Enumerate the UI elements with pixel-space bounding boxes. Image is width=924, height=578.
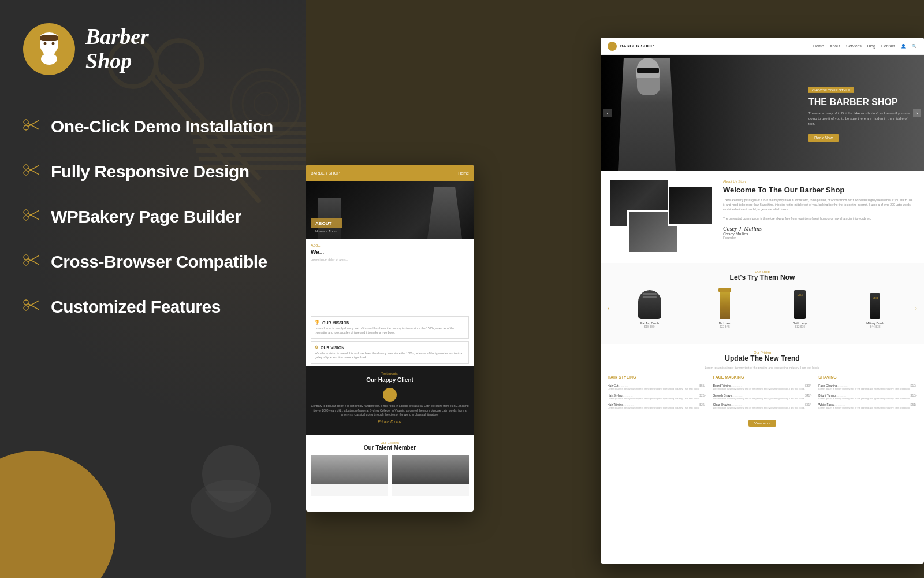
ss-hero-content: CHOOSE YOUR STYLE THE BARBER SHOP There … (808, 83, 912, 142)
svg-line-31 (28, 213, 39, 220)
ss-bottle3-shape: M04 (870, 293, 880, 319)
ss-left-hero-image: ABOUT Home > About (306, 181, 474, 239)
feature-item-1: One-Click Demo Installation (23, 104, 283, 149)
ss-testimonial-text: Contrary to popular belief, it is not si… (311, 404, 469, 417)
scissors-icon-2 (23, 164, 40, 179)
ss-price-item-9-desc: Lorem Ipsum is simply dummy text of the … (818, 406, 910, 410)
ss-view-more-btn[interactable]: View More (748, 420, 776, 427)
ss-shop-prev[interactable]: ‹ (608, 305, 609, 311)
ss-left-nav-link: Home (458, 171, 469, 175)
ss-team-img-2 (392, 455, 469, 484)
feature-item-5: Customized Features (23, 284, 283, 329)
svg-point-20 (41, 53, 57, 65)
ss-right-logo-icon (608, 42, 617, 51)
ss-price-item-7-price: $10/- (911, 384, 917, 391)
ss-price-item-6-price: $51/- (805, 403, 811, 410)
ss-testimonial-title: Our Happy Client (311, 377, 469, 383)
left-panel: Barber Shop One-Click Demo Installation (0, 0, 306, 578)
logo-area: Barber Shop (23, 23, 283, 75)
ss-product-2: De Luxer $22 $45 (690, 287, 760, 328)
svg-point-38 (24, 306, 28, 310)
barber-icon (32, 32, 66, 66)
ss-pricing-header: Our Pricing Update The New Trend Lorem I… (608, 351, 917, 369)
ss-price-item-1-desc: Lorem Ipsum is simply dummy text of the … (608, 387, 699, 391)
nav-link-contact[interactable]: Contact (881, 44, 895, 49)
ss-left-about: Abo... We... Lorem ipsum dolor sit amet.… (306, 239, 474, 314)
svg-point-25 (24, 165, 28, 169)
ss-product-img-4: M04 (840, 287, 910, 319)
ss-shop-header: Our Shop Let's Try Them Now (608, 270, 917, 281)
ss-about-banner-text: ABOUT (311, 218, 342, 228)
ss-mission-title: 🏆 OUR MISSION (315, 320, 465, 325)
ss-hero-title: THE BARBER SHOP (808, 97, 912, 108)
beard-decoration (173, 428, 289, 543)
ss-price-item-4: Board Triming............. Lorem Ipsum i… (713, 384, 812, 391)
ss-man-sunglasses (637, 68, 659, 73)
nav-link-blog[interactable]: Blog (867, 44, 875, 49)
ss-price-item-3-info: Hair Triming............. Lorem Ipsum is… (608, 403, 699, 410)
feature-text-5: Customized Features (51, 297, 221, 317)
ss-pricing-title: Update The New Trend (608, 354, 917, 362)
scissors-icon-1 (23, 119, 40, 134)
ss-price-item-5: Smooth Shave............. Lorem Ipsum is… (713, 394, 812, 401)
svg-point-18 (44, 42, 47, 45)
ss-testimonial-name: Prince D'cruz (311, 420, 469, 424)
nav-link-services[interactable]: Services (846, 44, 862, 49)
nav-link-user[interactable]: 👤 (901, 44, 906, 49)
ss-team-header: Our Experts Our Talent Member (311, 441, 469, 451)
feature-item-2: Fully Responsive Design (23, 149, 283, 194)
ss-right-nav-brand: BARBER SHOP (620, 43, 654, 49)
ss-hero-book-btn[interactable]: Book Now (808, 134, 839, 142)
ss-product-price-3: $12 $30 (765, 325, 835, 328)
scissors-icon-3 (23, 209, 40, 224)
ss-right-nav-logo: BARBER SHOP (608, 42, 654, 51)
ss-price-item-1-info: Hair Cut............. Lorem Ipsum is sim… (608, 384, 699, 391)
nav-link-about[interactable]: About (830, 44, 840, 49)
ss-pricing-section: Our Pricing Update The New Trend Lorem I… (601, 344, 924, 445)
right-panel: BARBER SHOP Home ABOUT Home > About (306, 0, 924, 578)
ss-price-item-3-price: $22/- (699, 403, 706, 410)
logo-circle (23, 23, 75, 75)
ss-about-text1: There are many passages of it. But the m… (723, 198, 915, 212)
nav-link-home[interactable]: Home (813, 44, 824, 49)
ss-price-item-8-info: Bright Tuning............. Lorem Ipsum i… (818, 394, 910, 401)
ss-product-price-1: $18 $80 (614, 325, 684, 328)
ss-right-hero: ‹ › CHOOSE YOUR STYLE THE BARBER SHOP Th… (601, 55, 924, 171)
ss-about-title-small: Abo... (311, 243, 469, 247)
ss-team-member-2 (392, 455, 469, 496)
ss-right-about: About Us Story Welcome To The Our Barber… (601, 171, 924, 263)
ss-about-breadcrumb: Home > About (311, 228, 342, 234)
ss-shop-next[interactable]: › (915, 305, 917, 311)
ss-col3-title: SHAVING (818, 375, 917, 381)
scissors-icon-4 (23, 254, 40, 269)
feature-item-3: WPBakery Page Builder (23, 194, 283, 239)
ss-price-item-7: Face Cleaning............. Lorem Ipsum i… (818, 384, 917, 391)
ss-team-img-1 (311, 455, 388, 484)
ss-price-item-9-info: White Facial............. Lorem Ipsum is… (818, 403, 910, 410)
ss-price-item-2-price: $20/- (699, 394, 706, 401)
ss-price-item-7-desc: Lorem Ipsum is simply dummy text of the … (818, 387, 910, 391)
hero-arrow-right[interactable]: › (913, 109, 921, 117)
ss-product-img-3: M04 (765, 287, 835, 319)
ss-mission-box: 🏆 OUR MISSION Lorem Ipsum is simply dumm… (311, 316, 469, 339)
ss-view-more: View More (608, 416, 917, 427)
ss-price-item-3-desc: Lorem Ipsum is simply dummy text of the … (608, 406, 699, 410)
svg-line-23 (28, 123, 39, 129)
ss-left-nav-brand: BARBER SHOP (311, 171, 340, 175)
ss-mission-text: Lorem Ipsum is simply dummy text of this… (315, 327, 465, 335)
ss-hero-desc: There are many of it. But the fake words… (808, 111, 912, 127)
screenshot-left: BARBER SHOP Home ABOUT Home > About (306, 165, 474, 512)
svg-line-35 (28, 258, 39, 265)
ss-about-title-main: We... (311, 249, 469, 255)
ss-left-nav: BARBER SHOP Home (306, 165, 474, 181)
vision-icon: ⚙ (315, 345, 318, 350)
ss-about-sig-role: Founder (723, 236, 915, 239)
ss-bottle2-shape: M04 (794, 290, 806, 319)
hero-arrow-left[interactable]: ‹ (603, 109, 612, 117)
feature-text-4: Cross-Browser Compatible (51, 252, 267, 272)
ss-pricing-col-3: SHAVING Face Cleaning............. Lorem… (818, 375, 917, 413)
ss-price-item-3: Hair Triming............. Lorem Ipsum is… (608, 403, 706, 410)
ss-hero-badge: CHOOSE YOUR STYLE (808, 87, 854, 93)
ss-right-nav-links: Home About Services Blog Contact 👤 🔍 (813, 44, 917, 49)
nav-search-icon[interactable]: 🔍 (912, 44, 917, 49)
